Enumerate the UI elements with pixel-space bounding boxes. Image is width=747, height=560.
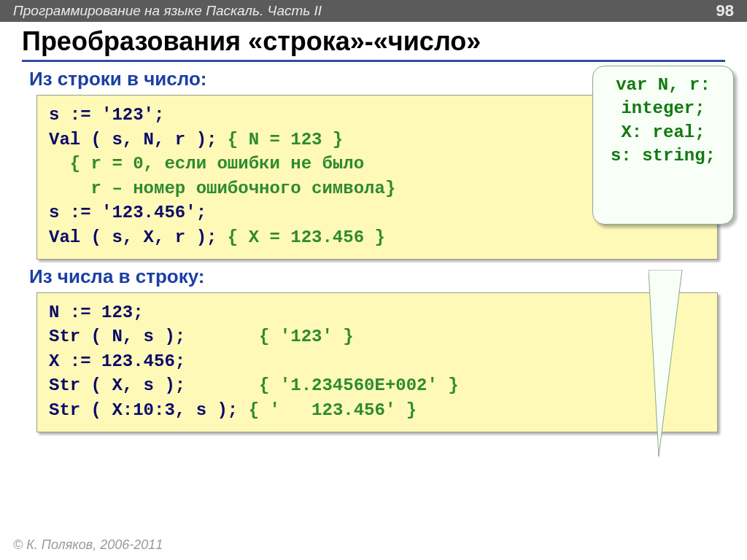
- code2-l2: Str ( N, s );: [49, 327, 259, 346]
- code2-l4: Str ( X, s );: [49, 376, 259, 395]
- code1-l2: Val ( s, N, r );: [49, 130, 228, 149]
- callout-line-3: X: real;: [621, 122, 705, 142]
- code1-l2-comment: { N = 123 }: [228, 130, 343, 149]
- page-number: 98: [716, 1, 734, 20]
- callout-tail-icon: [649, 222, 711, 507]
- code2-l5-comment: { ' 123.456' }: [249, 400, 417, 420]
- callout-line-4: s: string;: [611, 146, 716, 166]
- code2-l4-comment: { '1.234560E+002' }: [259, 376, 459, 395]
- code-block-2-wrap: N := 123; Str ( N, s ); { '123' } X := 1…: [36, 292, 718, 432]
- svg-marker-0: [649, 270, 682, 456]
- var-callout-box: var N, r: integer; X: real; s: string;: [592, 66, 734, 225]
- code1-l4-comment: r – номер ошибочного символа}: [49, 179, 395, 198]
- code2-l3: X := 123.456;: [49, 351, 185, 371]
- callout-line-2: integer;: [621, 98, 705, 118]
- header-bar: Программирование на языке Паскаль. Часть…: [0, 0, 747, 22]
- breadcrumb: Программирование на языке Паскаль. Часть…: [13, 3, 322, 19]
- page-title: Преобразования «строка»-«число»: [22, 26, 725, 62]
- code2-l5: Str ( X:10:3, s );: [49, 400, 249, 420]
- code-block-2: N := 123; Str ( N, s ); { '123' } X := 1…: [36, 292, 718, 432]
- code1-l6: Val ( s, X, r );: [49, 228, 228, 247]
- code2-l2-comment: { '123' }: [259, 327, 354, 346]
- callout-line-1: var N, r:: [616, 75, 711, 95]
- code1-l3-comment: { r = 0, если ошибки не было: [49, 154, 364, 174]
- footer-credit: © К. Поляков, 2006-2011: [13, 537, 163, 553]
- code2-l1: N := 123;: [49, 303, 144, 322]
- code1-l5: s := '123.456';: [49, 203, 206, 222]
- code1-l6-comment: { X = 123.456 }: [228, 228, 385, 247]
- section2-heading: Из числа в строку:: [29, 265, 747, 288]
- var-callout: var N, r: integer; X: real; s: string;: [592, 66, 734, 225]
- code1-l1: s := '123';: [49, 105, 164, 125]
